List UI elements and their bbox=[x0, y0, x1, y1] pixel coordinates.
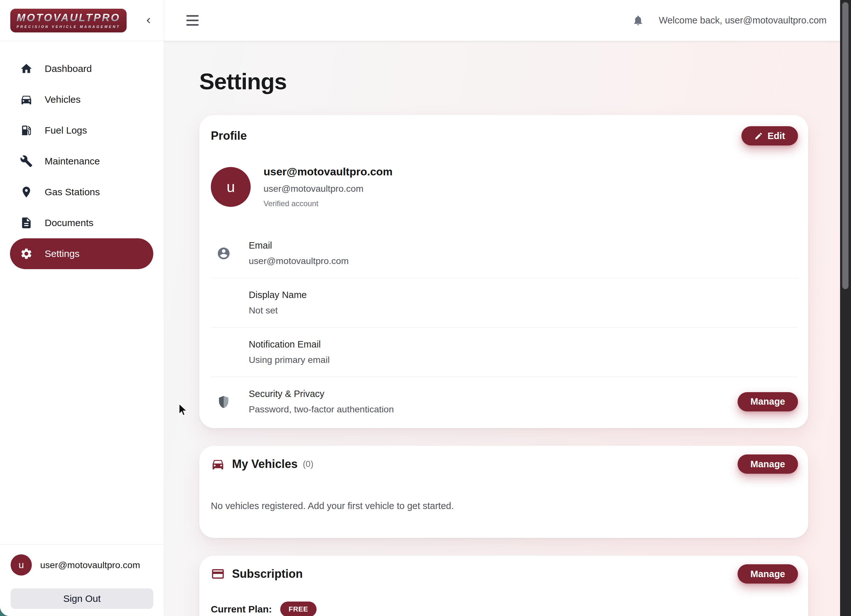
wrench-icon bbox=[20, 155, 33, 168]
sidebar-item-label: Maintenance bbox=[45, 156, 100, 167]
sidebar-user: u user@motovaultpro.com bbox=[11, 555, 153, 576]
subscription-title: Subscription bbox=[232, 567, 303, 581]
hamburger-menu-button[interactable] bbox=[186, 15, 198, 26]
welcome-message: Welcome back, user@motovaultpro.com bbox=[659, 15, 827, 26]
home-icon bbox=[20, 62, 33, 75]
sidebar-collapse-button[interactable] bbox=[141, 13, 156, 28]
current-plan-label: Current Plan: bbox=[211, 604, 272, 615]
profile-row-display-name: Display Name Not set bbox=[211, 278, 798, 328]
vehicles-empty-text: No vehicles registered. Add your first v… bbox=[211, 501, 798, 511]
profile-row-email: Email user@motovaultpro.com bbox=[211, 229, 798, 278]
person-circle-icon bbox=[217, 246, 231, 261]
avatar: u bbox=[11, 555, 32, 576]
row-value: user@motovaultpro.com bbox=[249, 256, 349, 266]
sidebar-item-label: Vehicles bbox=[45, 94, 81, 105]
plan-badge: FREE bbox=[280, 601, 317, 616]
sidebar-item-gas-stations[interactable]: Gas Stations bbox=[10, 177, 153, 207]
logo-title: MOTOVAULTPRO bbox=[17, 12, 120, 23]
sidebar-item-fuel-logs[interactable]: Fuel Logs bbox=[10, 115, 153, 146]
sidebar-header: MOTOVAULTPRO PRECISION VEHICLE MANAGEMEN… bbox=[0, 0, 164, 41]
sidebar-nav: Dashboard Vehicles Fuel Logs Maintenance bbox=[0, 41, 164, 269]
sidebar-item-settings[interactable]: Settings bbox=[10, 238, 153, 269]
profile-verified-status: Verified account bbox=[263, 199, 393, 208]
vehicles-count: (0) bbox=[303, 459, 313, 469]
app-window: MOTOVAULTPRO PRECISION VEHICLE MANAGEMEN… bbox=[0, 0, 851, 616]
pencil-icon bbox=[754, 132, 763, 140]
chevron-left-icon bbox=[143, 15, 154, 26]
row-icon-spacer bbox=[217, 296, 231, 310]
map-pin-icon bbox=[20, 186, 33, 198]
subscription-card: Subscription Manage Current Plan: FREE bbox=[199, 556, 808, 616]
car-icon bbox=[20, 93, 33, 106]
profile-display-name: user@motovaultpro.com bbox=[263, 165, 393, 178]
profile-card: Profile Edit u user@motovaultpro.com use… bbox=[199, 115, 808, 428]
my-vehicles-title: My Vehicles bbox=[232, 457, 298, 471]
scrollbar-track[interactable] bbox=[840, 0, 851, 616]
sidebar-user-email: user@motovaultpro.com bbox=[40, 560, 140, 570]
logo-subtitle: PRECISION VEHICLE MANAGEMENT bbox=[17, 25, 120, 28]
sidebar-item-label: Gas Stations bbox=[45, 187, 100, 198]
credit-card-icon bbox=[211, 567, 225, 581]
page-content: Settings Profile Edit u user@motovaultp bbox=[164, 41, 851, 616]
gear-icon bbox=[20, 247, 33, 260]
row-label: Notification Email bbox=[249, 339, 330, 350]
row-icon-spacer bbox=[217, 345, 231, 360]
manage-vehicles-button[interactable]: Manage bbox=[738, 454, 798, 474]
sidebar-footer: u user@motovaultpro.com Sign Out bbox=[0, 544, 164, 616]
car-icon bbox=[211, 457, 225, 471]
topbar: Welcome back, user@motovaultpro.com bbox=[164, 0, 851, 41]
sidebar-item-vehicles[interactable]: Vehicles bbox=[10, 84, 153, 115]
app-logo: MOTOVAULTPRO PRECISION VEHICLE MANAGEMEN… bbox=[10, 9, 126, 33]
manage-subscription-button[interactable]: Manage bbox=[738, 564, 798, 583]
profile-email: user@motovaultpro.com bbox=[263, 183, 393, 194]
row-label: Display Name bbox=[249, 290, 307, 300]
row-value: Password, two-factor authentication bbox=[249, 404, 394, 415]
document-icon bbox=[20, 216, 33, 229]
profile-card-title: Profile bbox=[211, 129, 247, 142]
scrollbar-thumb[interactable] bbox=[842, 2, 849, 289]
row-label: Email bbox=[249, 240, 349, 251]
my-vehicles-card: My Vehicles (0) Manage No vehicles regis… bbox=[199, 446, 808, 538]
manage-security-button[interactable]: Manage bbox=[738, 392, 798, 411]
sidebar-item-dashboard[interactable]: Dashboard bbox=[10, 53, 153, 84]
sign-out-button[interactable]: Sign Out bbox=[11, 588, 153, 609]
profile-avatar: u bbox=[211, 167, 251, 207]
sidebar-item-label: Dashboard bbox=[45, 63, 92, 74]
page-title: Settings bbox=[199, 70, 851, 93]
sidebar-item-label: Settings bbox=[45, 248, 80, 259]
main-area: Welcome back, user@motovaultpro.com Sett… bbox=[164, 0, 851, 616]
sidebar: MOTOVAULTPRO PRECISION VEHICLE MANAGEMEN… bbox=[0, 0, 164, 616]
sidebar-item-label: Fuel Logs bbox=[45, 125, 87, 136]
row-value: Not set bbox=[249, 305, 307, 316]
row-value: Using primary email bbox=[249, 355, 330, 365]
shield-icon bbox=[217, 395, 231, 409]
profile-row-security: Security & Privacy Password, two-factor … bbox=[211, 377, 798, 426]
row-label: Security & Privacy bbox=[249, 389, 394, 399]
sidebar-item-label: Documents bbox=[45, 217, 93, 228]
edit-profile-button[interactable]: Edit bbox=[741, 126, 798, 145]
profile-row-notification-email: Notification Email Using primary email bbox=[211, 328, 798, 377]
bell-icon bbox=[632, 15, 644, 26]
sidebar-item-maintenance[interactable]: Maintenance bbox=[10, 146, 153, 177]
sidebar-item-documents[interactable]: Documents bbox=[10, 207, 153, 238]
edit-button-label: Edit bbox=[767, 131, 785, 141]
fuel-pump-icon bbox=[20, 124, 33, 137]
notifications-bell-button[interactable] bbox=[632, 15, 644, 26]
